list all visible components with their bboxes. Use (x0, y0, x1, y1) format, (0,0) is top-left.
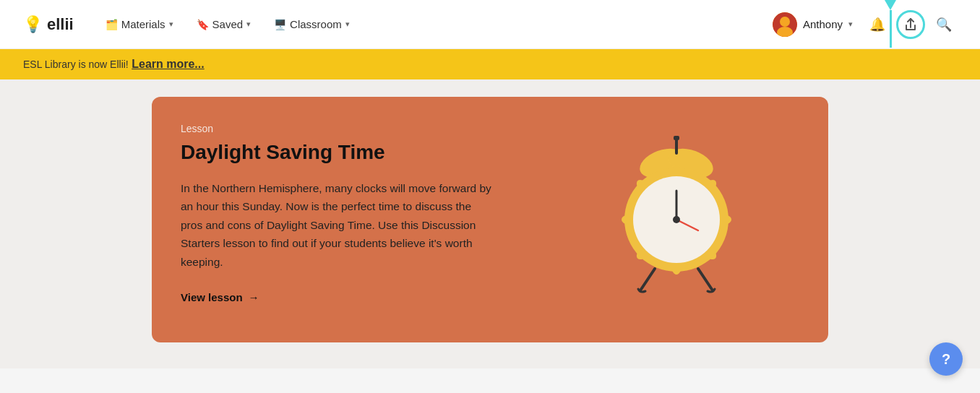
view-lesson-arrow-icon: → (249, 291, 259, 303)
logo[interactable]: 💡 ellii (23, 15, 74, 34)
materials-chevron-icon: ▾ (169, 20, 173, 29)
navbar: 💡 ellii 🗂️ Materials ▾ 🔖 Saved ▾ 🖥️ Clas… (0, 0, 980, 49)
help-button[interactable]: ? (929, 342, 963, 376)
search-icon: 🔍 (936, 17, 952, 33)
bell-icon: 🔔 (869, 17, 885, 33)
user-name: Anthony (803, 18, 843, 30)
clock-illustration (525, 97, 828, 342)
classroom-chevron-icon: ▾ (345, 20, 350, 29)
svg-point-18 (673, 216, 680, 223)
notifications-button[interactable]: 🔔 (864, 12, 890, 38)
lesson-card: Lesson Daylight Saving Time In the North… (152, 97, 828, 342)
lesson-text-area: Lesson Daylight Saving Time In the North… (152, 97, 525, 342)
user-chevron-icon: ▾ (848, 20, 853, 29)
banner-text: ESL Library is now Ellii! (23, 59, 129, 70)
nav-saved[interactable]: 🔖 Saved ▾ (188, 14, 260, 35)
saved-icon: 🔖 (197, 19, 209, 30)
svg-rect-5 (674, 136, 679, 140)
lesson-title: Daylight Saving Time (181, 140, 496, 165)
nav-classroom[interactable]: 🖥️ Classroom ▾ (265, 14, 358, 35)
nav-materials[interactable]: 🗂️ Materials ▾ (97, 14, 182, 35)
nav-links: 🗂️ Materials ▾ 🔖 Saved ▾ 🖥️ Classroom ▾ (97, 14, 767, 35)
view-lesson-link[interactable]: View lesson → (181, 291, 259, 303)
main-content: Lesson Daylight Saving Time In the North… (0, 79, 980, 368)
logo-bulb-icon: 💡 (23, 15, 43, 34)
classroom-icon: 🖥️ (274, 19, 286, 30)
avatar-image (773, 12, 797, 37)
share-button[interactable] (896, 10, 925, 39)
nav-right: Anthony ▾ 🔔 🔍 (767, 9, 957, 40)
banner-learn-more-link[interactable]: Learn more... (132, 58, 204, 71)
lesson-type-label: Lesson (181, 123, 496, 134)
avatar (773, 12, 797, 37)
svg-point-1 (780, 17, 790, 27)
share-icon (905, 18, 916, 31)
search-button[interactable]: 🔍 (931, 12, 957, 38)
user-menu-button[interactable]: Anthony ▾ (767, 9, 859, 40)
nav-saved-label: Saved (212, 18, 244, 30)
saved-chevron-icon: ▾ (246, 20, 251, 29)
logo-text: ellii (47, 15, 74, 34)
nav-classroom-label: Classroom (290, 18, 342, 30)
view-lesson-label: View lesson (181, 291, 243, 303)
materials-icon: 🗂️ (106, 19, 118, 30)
lesson-description: In the Northern Hemisphere, many clocks … (181, 179, 496, 272)
announcement-banner: ESL Library is now Ellii! Learn more... (0, 49, 980, 79)
nav-materials-label: Materials (121, 18, 166, 30)
alarm-clock-svg (568, 111, 785, 328)
question-mark-icon: ? (942, 351, 950, 368)
